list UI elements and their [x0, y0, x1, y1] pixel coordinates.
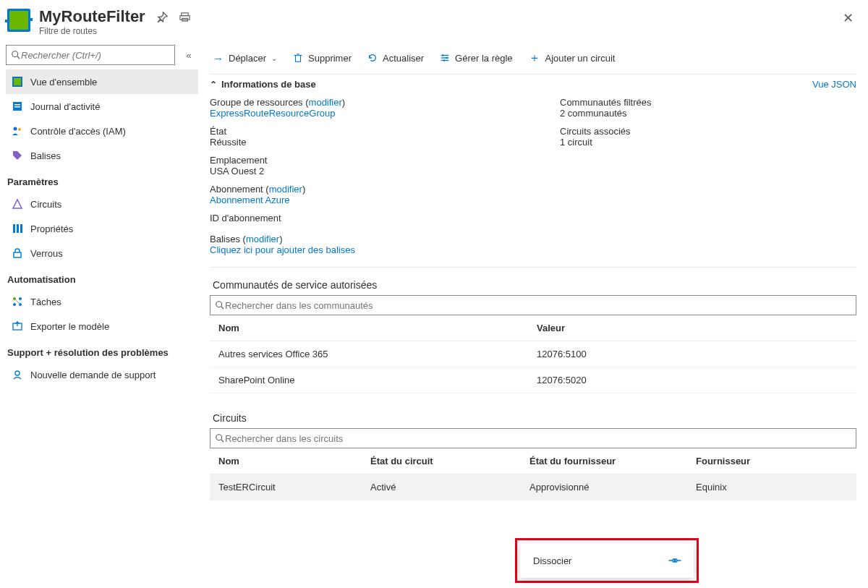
content-pane: → Déplacer ⌄ Supprimer Actualiser Gérer …: [204, 42, 868, 500]
sidebar-item-activity-log[interactable]: Journal d'activité: [6, 94, 198, 119]
table-row[interactable]: TestERCircuit Activé Approvisionné Equin…: [210, 474, 856, 500]
rg-change-link[interactable]: modifier: [309, 97, 342, 108]
circuits-section-title: Circuits: [210, 393, 856, 428]
svg-point-9: [14, 127, 17, 131]
svg-rect-13: [20, 224, 22, 233]
essentials-toggle[interactable]: ⌃ Informations de base: [210, 79, 316, 90]
svg-point-30: [443, 59, 446, 61]
refresh-icon: [367, 53, 378, 63]
sidebar-item-label: Propriétés: [30, 223, 73, 234]
move-button[interactable]: → Déplacer ⌄: [213, 52, 277, 64]
blade-header: MyRouteFilter Filtre de routes ✕: [0, 0, 868, 42]
delete-button[interactable]: Supprimer: [293, 53, 352, 64]
sidebar-item-circuits[interactable]: Circuits: [6, 192, 198, 216]
location-value: USA Ouest 2: [210, 166, 531, 176]
communities-value: 2 communautés: [560, 108, 856, 119]
svg-rect-11: [13, 224, 15, 233]
rg-label: Groupe de ressources (modifier): [210, 97, 531, 108]
svg-point-21: [15, 371, 20, 375]
circuits-search-input[interactable]: [225, 433, 851, 444]
svg-point-28: [442, 54, 444, 56]
unplug-icon: [667, 553, 684, 569]
export-icon: [12, 320, 23, 332]
communities-table-header: Nom Valeur: [210, 315, 856, 341]
route-filter-small-icon: [12, 76, 23, 88]
print-icon[interactable]: [179, 12, 190, 22]
circuits-icon: [12, 198, 23, 210]
svg-point-29: [446, 57, 448, 59]
lock-icon: [12, 247, 23, 259]
assoc-circuits-value: 1 circuit: [560, 137, 856, 148]
sidebar-item-label: Exporter le modèle: [30, 321, 109, 332]
sidebar-item-label: Journal d'activité: [30, 101, 100, 112]
tags-add-link[interactable]: Cliquez ici pour ajouter des balises: [210, 244, 531, 255]
tag-icon: [12, 150, 23, 161]
refresh-button[interactable]: Actualiser: [367, 53, 424, 64]
chevron-up-icon: ⌃: [210, 80, 217, 90]
plus-icon: ＋: [529, 51, 540, 66]
manage-rule-button[interactable]: Gérer la règle: [440, 53, 512, 64]
pin-icon[interactable]: [157, 12, 168, 22]
sub-change-link[interactable]: modifier: [269, 184, 302, 195]
communities-section-title: Communautés de service autorisées: [210, 268, 856, 295]
sidebar-item-tasks[interactable]: Tâches: [6, 289, 198, 314]
sidebar-item-properties[interactable]: Propriétés: [6, 216, 198, 241]
sidebar-item-label: Circuits: [30, 199, 61, 210]
properties-icon: [12, 223, 23, 234]
rg-value[interactable]: ExpressRouteResourceGroup: [210, 108, 531, 119]
col-value: Valeur: [537, 323, 848, 333]
sidebar-item-new-support[interactable]: Nouvelle demande de support: [6, 362, 198, 387]
sidebar-item-iam[interactable]: Contrôle d'accès (IAM): [6, 119, 198, 143]
support-icon: [12, 369, 23, 380]
svg-point-3: [12, 51, 18, 57]
svg-rect-22: [296, 56, 301, 62]
tags-label: Balises (modifier): [210, 234, 531, 244]
sidebar-search[interactable]: [6, 45, 175, 65]
sidebar-item-label: Vue d'ensemble: [30, 77, 97, 88]
tags-change-link[interactable]: modifier: [246, 234, 279, 244]
search-icon: [11, 50, 21, 60]
dissociate-label: Dissocier: [533, 555, 571, 566]
communities-search[interactable]: [210, 295, 856, 315]
svg-point-16: [19, 297, 22, 300]
svg-rect-5: [13, 77, 22, 86]
close-icon[interactable]: ✕: [840, 7, 856, 29]
trash-icon: [293, 53, 303, 63]
svg-line-4: [17, 56, 20, 59]
log-icon: [12, 101, 23, 112]
sidebar-item-label: Contrôle d'accès (IAM): [30, 126, 126, 137]
circuits-search[interactable]: [210, 428, 856, 448]
sidebar-item-label: Verrous: [30, 248, 63, 259]
table-row[interactable]: SharePoint Online 12076:5020: [210, 367, 856, 393]
assoc-circuits-label: Circuits associés: [560, 126, 856, 137]
page-subtitle: Filtre de routes: [39, 26, 840, 36]
view-json-link[interactable]: Vue JSON: [812, 79, 856, 90]
collapse-sidebar-button[interactable]: «: [179, 46, 198, 64]
sub-label: Abonnement (modifier): [210, 184, 531, 195]
table-row[interactable]: Autres services Office 365 12076:5100: [210, 341, 856, 367]
svg-point-33: [216, 435, 222, 440]
sidebar-item-overview[interactable]: Vue d'ensemble: [6, 69, 198, 94]
svg-line-32: [221, 307, 224, 310]
svg-point-31: [216, 302, 222, 307]
col-provider-state: État du fournisseur: [529, 456, 696, 466]
svg-line-34: [221, 440, 224, 443]
people-icon: [12, 125, 23, 137]
col-provider: Fournisseur: [696, 456, 848, 466]
sidebar-item-tags[interactable]: Balises: [6, 143, 198, 168]
add-circuit-button[interactable]: ＋ Ajouter un circuit: [529, 51, 616, 66]
state-value: Réussite: [210, 137, 531, 148]
sidebar-section-auto: Automatisation: [6, 265, 198, 289]
sidebar-search-input[interactable]: [21, 50, 170, 61]
communities-search-input[interactable]: [225, 300, 851, 311]
svg-point-10: [18, 128, 21, 131]
sidebar-item-locks[interactable]: Verrous: [6, 241, 198, 265]
sliders-icon: [440, 53, 450, 63]
search-icon: [215, 433, 225, 443]
context-menu-dissociate[interactable]: Dissocier: [520, 543, 694, 578]
sidebar-item-label: Tâches: [30, 297, 61, 307]
sidebar-item-export-template[interactable]: Exporter le modèle: [6, 314, 198, 338]
sub-value[interactable]: Abonnement Azure: [210, 195, 531, 205]
circuits-table-header: Nom État du circuit État du fournisseur …: [210, 448, 856, 474]
svg-rect-7: [14, 104, 20, 106]
